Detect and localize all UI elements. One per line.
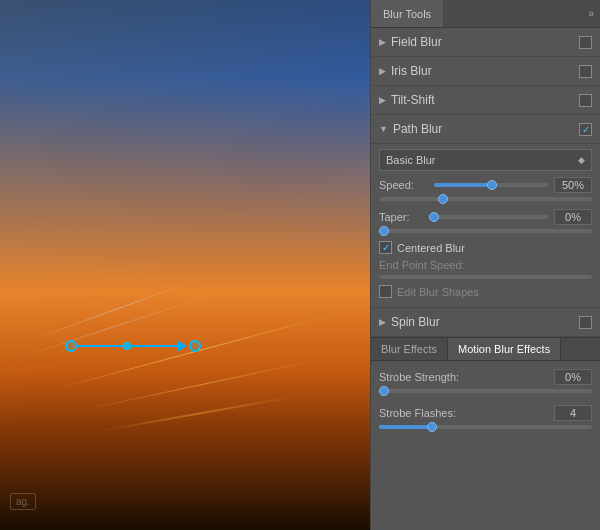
- speed-slider-thumb[interactable]: [487, 180, 497, 190]
- speed-row: Speed: 50%: [379, 177, 592, 193]
- panel-collapse-icon[interactable]: »: [582, 8, 600, 19]
- bottom-tabs: Blur Effects Motion Blur Effects: [371, 337, 600, 361]
- path-blur-section: Basic Blur ◆ Speed: 50% Taper: 0%: [371, 144, 600, 308]
- taper-value: 0%: [554, 209, 592, 225]
- path-blur-expand-icon: ▼: [379, 124, 388, 134]
- field-blur-expand-icon: ▶: [379, 37, 386, 47]
- tab-motion-blur-effects[interactable]: Motion Blur Effects: [448, 338, 561, 360]
- field-blur-label: Field Blur: [391, 35, 579, 49]
- strobe-strength-label: Strobe Strength:: [379, 371, 459, 383]
- taper-row: Taper: 0%: [379, 209, 592, 225]
- strobe-flashes-label: Strobe Flashes:: [379, 407, 456, 419]
- speed-value: 50%: [554, 177, 592, 193]
- taper-label: Taper:: [379, 211, 429, 223]
- path-line: [77, 345, 177, 347]
- taper-full-slider[interactable]: [379, 229, 592, 233]
- centered-blur-row: ✓ Centered Blur: [379, 241, 592, 254]
- path-blur-control[interactable]: [65, 340, 201, 352]
- tilt-shift-label: Tilt-Shift: [391, 93, 579, 107]
- basic-blur-dropdown[interactable]: Basic Blur ◆: [379, 149, 592, 171]
- path-start-point[interactable]: [65, 340, 77, 352]
- field-blur-checkbox[interactable]: [579, 36, 592, 49]
- tilt-shift-checkbox[interactable]: [579, 94, 592, 107]
- taper-full-thumb[interactable]: [379, 226, 389, 236]
- strobe-strength-value: 0%: [554, 369, 592, 385]
- centered-blur-checkbox[interactable]: ✓: [379, 241, 392, 254]
- strobe-flashes-slider[interactable]: [379, 425, 592, 429]
- spin-blur-checkbox[interactable]: [579, 316, 592, 329]
- strobe-strength-row: Strobe Strength: 0%: [379, 369, 592, 385]
- strobe-flashes-row: Strobe Flashes: 4: [379, 405, 592, 421]
- speed-full-slider[interactable]: [379, 197, 592, 201]
- centered-blur-label: Centered Blur: [397, 242, 465, 254]
- endpoint-speed-label: End Point Speed:: [379, 259, 465, 271]
- panel-header: Blur Tools »: [371, 0, 600, 28]
- taper-slider[interactable]: [434, 215, 549, 219]
- dropdown-arrow-icon: ◆: [578, 155, 585, 165]
- speed-full-thumb[interactable]: [438, 194, 448, 204]
- dropdown-value: Basic Blur: [386, 154, 436, 166]
- field-blur-item[interactable]: ▶ Field Blur: [371, 28, 600, 57]
- edit-blur-shapes-row: Edit Blur Shapes: [379, 285, 592, 298]
- speed-slider[interactable]: [434, 183, 549, 187]
- path-blur-item[interactable]: ▼ Path Blur ✓: [371, 115, 600, 144]
- canvas-overlay: [0, 0, 370, 530]
- path-blur-checkbox[interactable]: ✓: [579, 123, 592, 136]
- path-end-point[interactable]: [189, 340, 201, 352]
- strobe-strength-slider[interactable]: [379, 389, 592, 393]
- strobe-flashes-fill: [379, 425, 432, 429]
- edit-blur-shapes-checkbox[interactable]: [379, 285, 392, 298]
- canvas-area: ag.: [0, 0, 370, 530]
- watermark: ag.: [10, 493, 36, 510]
- spin-blur-label: Spin Blur: [391, 315, 579, 329]
- strobe-flashes-value: 4: [554, 405, 592, 421]
- speed-label: Speed:: [379, 179, 429, 191]
- tilt-shift-item[interactable]: ▶ Tilt-Shift: [371, 86, 600, 115]
- strobe-strength-thumb[interactable]: [379, 386, 389, 396]
- strobe-flashes-thumb[interactable]: [427, 422, 437, 432]
- path-end-arrow[interactable]: [177, 340, 187, 352]
- iris-blur-checkbox[interactable]: [579, 65, 592, 78]
- blur-tools-panel: Blur Tools » ▶ Field Blur ▶ Iris Blur ▶ …: [370, 0, 600, 530]
- tilt-shift-expand-icon: ▶: [379, 95, 386, 105]
- speed-slider-fill: [434, 183, 492, 187]
- spin-blur-expand-icon: ▶: [379, 317, 386, 327]
- iris-blur-item[interactable]: ▶ Iris Blur: [371, 57, 600, 86]
- path-blur-label: Path Blur: [393, 122, 579, 136]
- motion-blur-effects-section: Strobe Strength: 0% Strobe Flashes: 4: [371, 361, 600, 530]
- taper-slider-thumb[interactable]: [429, 212, 439, 222]
- blur-tools-tab[interactable]: Blur Tools: [371, 0, 443, 27]
- spin-blur-item[interactable]: ▶ Spin Blur: [371, 308, 600, 337]
- path-mid-point[interactable]: [123, 342, 131, 350]
- edit-blur-shapes-label: Edit Blur Shapes: [397, 286, 479, 298]
- endpoint-speed-slider[interactable]: [379, 275, 592, 279]
- iris-blur-expand-icon: ▶: [379, 66, 386, 76]
- tab-blur-effects[interactable]: Blur Effects: [371, 338, 448, 360]
- endpoint-speed-row: End Point Speed:: [379, 258, 592, 279]
- iris-blur-label: Iris Blur: [391, 64, 579, 78]
